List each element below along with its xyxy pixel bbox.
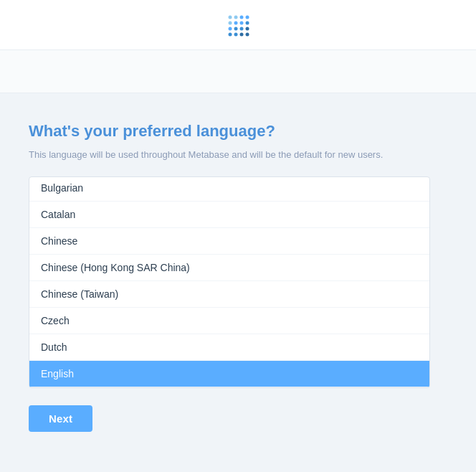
svg-point-6 [240,21,244,24]
svg-point-7 [246,21,249,24]
svg-point-10 [240,27,244,30]
language-item-english[interactable]: English [29,361,429,387]
svg-point-8 [229,27,232,30]
svg-point-14 [240,32,244,36]
language-item-czech[interactable]: Czech [29,308,429,334]
language-item-chinese-tw[interactable]: Chinese (Taiwan) [29,281,429,308]
language-list-container: ArabicBulgarianCatalanChineseChinese (Ho… [29,176,430,388]
page-title: What's your preferred language? [29,122,447,141]
svg-point-4 [229,21,232,24]
metabase-logo [222,9,254,41]
svg-point-13 [234,32,238,36]
svg-point-0 [229,15,232,19]
page-subtitle: This language will be used throughout Me… [29,148,447,162]
svg-point-5 [234,21,238,24]
svg-point-3 [246,15,249,19]
svg-point-1 [234,15,238,19]
subheader-bar [0,50,476,93]
language-item-chinese[interactable]: Chinese [29,228,429,255]
language-item-bulgarian[interactable]: Bulgarian [29,177,429,202]
svg-point-11 [246,27,249,30]
next-button[interactable]: Next [29,405,92,432]
language-item-catalan[interactable]: Catalan [29,202,429,228]
app-header [0,0,476,50]
language-item-dutch[interactable]: Dutch [29,334,429,361]
language-list[interactable]: ArabicBulgarianCatalanChineseChinese (Ho… [29,177,429,387]
svg-point-15 [246,32,249,36]
svg-point-9 [234,27,238,30]
svg-point-2 [240,15,244,19]
svg-point-12 [229,32,232,36]
language-item-chinese-hk[interactable]: Chinese (Hong Kong SAR China) [29,255,429,281]
main-content: What's your preferred language? This lan… [0,93,476,472]
